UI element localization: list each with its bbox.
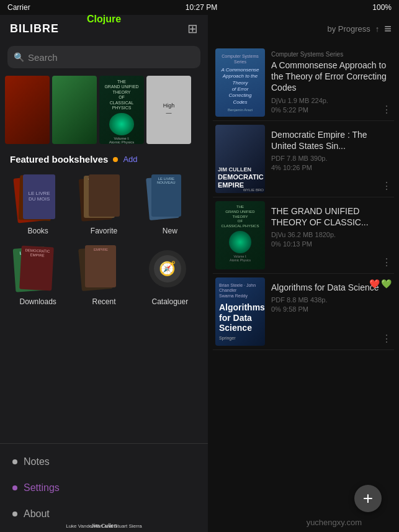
book-info-democratic: Democratic Empire : The United States Si… — [271, 125, 392, 193]
sort-label: by Progress — [327, 24, 370, 34]
shelf-item-books[interactable]: LE LIVREDU MOIS Books — [5, 169, 71, 240]
shelf-item-new[interactable]: LE LIVRENOUVEAU New — [137, 169, 203, 240]
book-options-commonsense[interactable]: ⋮ — [382, 104, 392, 115]
recent-book-1[interactable]: DEMOCRATICEMPIRE Jim Cullen — [5, 76, 50, 144]
add-book-fab[interactable]: + — [354, 485, 382, 512]
sidebar: BILIBRE ⊞ 🔍 Search DEMOCRATICEMPIRE Jim … — [0, 0, 208, 532]
book-meta-commonsense: DjVu 1.9 MB 224p. — [271, 97, 392, 104]
about-dot — [12, 512, 17, 516]
books-shelf-stack: LE LIVREDU MOIS — [13, 174, 63, 224]
book-options-physics[interactable]: ⋮ — [382, 256, 392, 268]
watermark: yuchengxy.com — [307, 518, 362, 527]
status-bar: Carrier 10:27 PM 100% — [0, 0, 399, 15]
shelf-grid: LE LIVREDU MOIS Books TANKOGRAD Favorite… — [0, 167, 208, 313]
recent-book-2[interactable]: PracticalClojure Luke VanderHart and Stu… — [52, 76, 97, 144]
nav-notes[interactable]: Notes — [0, 449, 208, 475]
search-icon: 🔍 — [14, 52, 24, 62]
book-title-democratic: Democratic Empire : The United States Si… — [271, 129, 392, 151]
book-item-algorithms[interactable]: Brian Steele · John ChandlerSwarna Reddy… — [213, 274, 394, 350]
book-thumb-commonsense: Computer SystemsSeries A CommonsenseAppr… — [215, 48, 265, 117]
sort-arrow[interactable]: ↑ — [375, 24, 380, 34]
book-meta-algorithms: PDF 8.8 MB 438p. — [271, 296, 392, 304]
book-options-democratic[interactable]: ⋮ — [382, 180, 392, 192]
book-progress-commonsense: 0% 5:22 PM — [271, 106, 392, 114]
main-panel: by Progress ↑ ≡ Computer SystemsSeries A… — [208, 0, 399, 532]
featured-section: Featured bookshelves Add — [0, 149, 208, 167]
shelf-item-cataloguer[interactable]: 🧭 Cataloguer — [137, 240, 203, 311]
book-list: Computer SystemsSeries A CommonsenseAppr… — [208, 42, 399, 495]
book-progress-algorithms: 0% 9:58 PM — [271, 305, 392, 313]
shelf-books-label: Books — [27, 227, 48, 235]
shelf-cataloguer-label: Cataloguer — [151, 297, 188, 306]
search-placeholder: Search — [28, 52, 58, 63]
book-item-commonsense[interactable]: Computer SystemsSeries A CommonsenseAppr… — [213, 45, 394, 121]
sidebar-nav: Notes Settings About — [0, 443, 208, 532]
featured-label: Featured bookshelves — [10, 154, 108, 165]
status-time: 10:27 PM — [186, 3, 217, 12]
book-meta-democratic: PDF 7.8 MB 390p. — [271, 155, 392, 162]
book-progress-physics: 0% 10:13 PM — [271, 240, 392, 248]
recent-books-strip: DEMOCRATICEMPIRE Jim Cullen PracticalClo… — [0, 73, 208, 149]
carrier-signal: Carrier — [7, 3, 30, 12]
book-thumb-democratic: JIM CULLENDEMOCRATICEMPIRE WYLIE BRO — [215, 125, 265, 193]
nav-notes-label: Notes — [24, 456, 50, 467]
favorite-shelf-stack: TANKOGRAD — [79, 174, 128, 224]
shelf-downloads-label: Downloads — [19, 297, 56, 306]
book-series: Computer Systems Series — [271, 51, 392, 58]
shelf-recent-label: Recent — [92, 297, 115, 306]
nav-settings[interactable]: Settings — [0, 475, 208, 501]
book-item-physics[interactable]: THEGRAND UNIFIED THEORYOFCLASSICAL PHYSI… — [213, 197, 394, 274]
badge-heart-red: ❤️ — [369, 279, 380, 289]
featured-dot — [113, 157, 118, 162]
book-item-democratic[interactable]: JIM CULLENDEMOCRATICEMPIRE WYLIE BRO Dem… — [213, 121, 394, 197]
book-badges-algorithms: ❤️ 💚 — [369, 279, 392, 289]
main-header: by Progress ↑ ≡ — [208, 15, 399, 42]
recent-shelf-stack: EMPIRE — [79, 245, 128, 295]
book-options-algorithms[interactable]: ⋮ — [382, 333, 392, 345]
book-progress-democratic: 4% 10:26 PM — [271, 164, 392, 171]
shelf-item-recent[interactable]: EMPIRE Recent — [71, 240, 137, 311]
notes-dot — [12, 459, 17, 464]
recent-book-4[interactable]: High— — [146, 76, 191, 144]
search-bar[interactable]: 🔍 Search — [7, 46, 200, 68]
battery-level: 100% — [372, 3, 392, 12]
shelf-item-favorite[interactable]: TANKOGRAD Favorite — [71, 169, 137, 240]
badge-heart-green: 💚 — [381, 279, 392, 289]
shelf-new-label: New — [163, 227, 177, 235]
new-shelf-stack: LE LIVRENOUVEAU — [145, 174, 195, 224]
shelf-item-downloads[interactable]: LAND OFLISP DEMOCRATICEMPIRE Downloads — [5, 240, 71, 311]
menu-icon[interactable]: ≡ — [384, 22, 392, 36]
book-info-commonsense: Computer Systems Series A Commonsense Ap… — [271, 48, 392, 117]
book-title-physics: THE GRAND UNIFIED THEORY OF CLASSIC... — [271, 205, 392, 228]
book-info-physics: THE GRAND UNIFIED THEORY OF CLASSIC... D… — [271, 201, 392, 269]
recent-book-3[interactable]: THEGRAND UNIFIED THEORYOFCLASSICAL PHYSI… — [99, 76, 144, 144]
shelf-favorite-label: Favorite — [91, 227, 117, 235]
settings-dot — [12, 485, 17, 490]
cataloguer-shelf-stack: 🧭 — [145, 245, 195, 295]
add-shelf-button[interactable]: Add — [123, 155, 137, 164]
book-meta-physics: DjVu 36.2 MB 1820p. — [271, 231, 392, 238]
nav-settings-label: Settings — [24, 482, 60, 494]
book-title-commonsense: A Commonsense Approach to the Theory of … — [271, 60, 392, 94]
downloads-shelf-stack: LAND OFLISP DEMOCRATICEMPIRE — [13, 245, 63, 295]
book-thumb-algorithms: Brian Steele · John ChandlerSwarna Reddy… — [215, 277, 265, 346]
book-thumb-physics: THEGRAND UNIFIED THEORYOFCLASSICAL PHYSI… — [215, 201, 265, 269]
nav-about-label: About — [24, 508, 50, 520]
